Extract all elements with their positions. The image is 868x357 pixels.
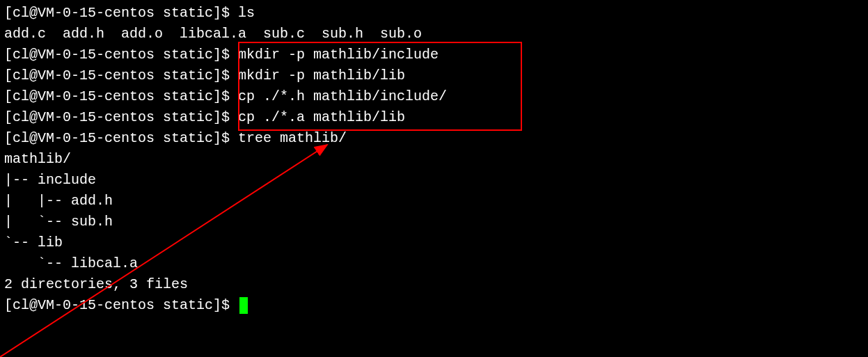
shell-output: 2 directories, 3 files	[4, 276, 188, 292]
terminal-line: [cl@VM-0-15-centos static]$ tree mathlib…	[4, 128, 864, 149]
shell-prompt: [cl@VM-0-15-centos static]$	[4, 47, 238, 63]
cursor-block[interactable]	[239, 297, 248, 314]
terminal-line: [cl@VM-0-15-centos static]$ mkdir -p mat…	[4, 65, 864, 86]
terminal-line: [cl@VM-0-15-centos static]$ cp ./*.h mat…	[4, 86, 864, 107]
shell-prompt: [cl@VM-0-15-centos static]$	[4, 109, 238, 125]
terminal-line: add.c add.h add.o libcal.a sub.c sub.h s…	[4, 24, 864, 45]
shell-command: mkdir -p mathlib/include	[238, 47, 439, 63]
terminal-line: [cl@VM-0-15-centos static]$ ls	[4, 3, 864, 24]
terminal-line: [cl@VM-0-15-centos static]$	[4, 295, 864, 316]
terminal-line: `-- lib	[4, 232, 864, 253]
shell-prompt: [cl@VM-0-15-centos static]$	[4, 68, 238, 84]
shell-output: mathlib/	[4, 151, 71, 167]
shell-prompt: [cl@VM-0-15-centos static]$	[4, 297, 238, 313]
shell-command: ls	[238, 5, 255, 21]
terminal-line: `-- libcal.a	[4, 253, 864, 274]
shell-output: |-- include	[4, 172, 96, 188]
terminal-line: |-- include	[4, 170, 864, 191]
terminal-window[interactable]: [cl@VM-0-15-centos static]$ lsadd.c add.…	[4, 3, 864, 316]
shell-command: tree mathlib/	[238, 130, 347, 146]
terminal-line: [cl@VM-0-15-centos static]$ mkdir -p mat…	[4, 45, 864, 65]
shell-prompt: [cl@VM-0-15-centos static]$	[4, 5, 238, 21]
terminal-line: [cl@VM-0-15-centos static]$ cp ./*.a mat…	[4, 107, 864, 128]
shell-output: `-- libcal.a	[4, 255, 138, 271]
shell-output: add.c add.h add.o libcal.a sub.c sub.h s…	[4, 26, 422, 42]
terminal-line: | `-- sub.h	[4, 212, 864, 232]
shell-command: mkdir -p mathlib/lib	[238, 68, 405, 84]
terminal-line: mathlib/	[4, 149, 864, 170]
shell-output: | `-- sub.h	[4, 214, 113, 230]
shell-output: | |-- add.h	[4, 193, 113, 209]
shell-prompt: [cl@VM-0-15-centos static]$	[4, 88, 238, 104]
terminal-line: | |-- add.h	[4, 191, 864, 212]
terminal-line: 2 directories, 3 files	[4, 274, 864, 295]
shell-command: cp ./*.h mathlib/include/	[238, 88, 447, 104]
shell-prompt: [cl@VM-0-15-centos static]$	[4, 130, 238, 146]
shell-command: cp ./*.a mathlib/lib	[238, 109, 405, 125]
shell-output: `-- lib	[4, 235, 63, 251]
